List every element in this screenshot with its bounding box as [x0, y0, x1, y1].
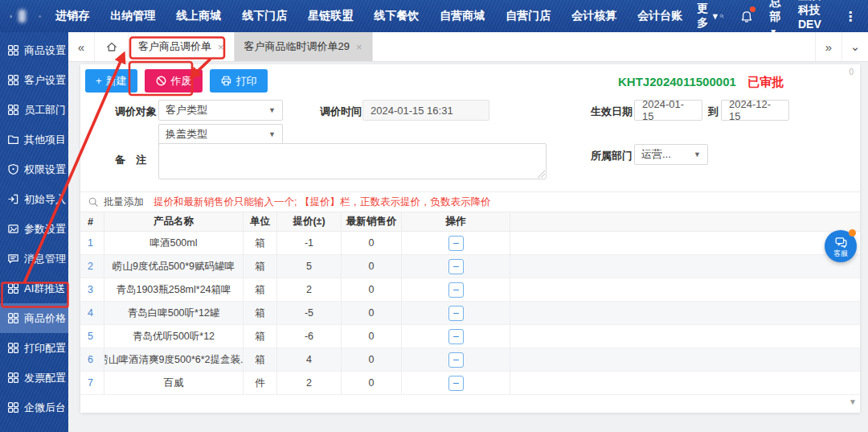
sidebar-item-goods-settings[interactable]: 商品设置 [0, 35, 68, 65]
product-name: 青岛白啤500听*12罐 [104, 302, 244, 324]
table-header: # 产品名称 单位 提价(±) 最新销售价 操作 [80, 212, 860, 232]
remove-row-button[interactable]: − [448, 282, 464, 298]
org-dropdown[interactable]: 总部 ▼ [769, 0, 782, 37]
chevron-down-icon: ▼ [711, 11, 720, 21]
target-type-select[interactable]: 客户类型 ▼ [158, 100, 283, 121]
markup-value: 2 [277, 278, 342, 301]
nav-item[interactable]: 会计核算 [571, 9, 616, 23]
nav-item[interactable]: 线下餐饮 [374, 9, 419, 23]
remove-row-button[interactable]: − [448, 376, 464, 391]
sidebar-item-other-projects[interactable]: 其他项目 [0, 125, 68, 154]
collapse-tabs-icon[interactable]: « [68, 32, 95, 61]
remove-row-button[interactable]: − [448, 329, 464, 344]
new-button[interactable]: + 新建 [85, 69, 137, 93]
sidebar-item-label: 消息管理 [24, 252, 66, 266]
notification-dot [750, 6, 755, 12]
product-name: 青岛1903瓶258ml*24箱啤 [104, 278, 244, 301]
sidebar-item-invoice-config[interactable]: 发票配置 [0, 363, 68, 393]
col-unit: 单位 [244, 212, 277, 231]
tab-customer-price-adjustment[interactable]: 客户商品调价单 × [129, 32, 235, 61]
void-button[interactable]: 作废 [145, 69, 203, 93]
tenant-label: 星辰科技DEV [798, 0, 821, 31]
folder-icon [7, 134, 19, 146]
product-name: 啤酒500ml [104, 232, 244, 254]
markup-value: 4 [277, 348, 342, 371]
date-to-value: 2024-12-15 [729, 98, 781, 122]
table-row: 6 崂山啤酒清爽9度500*6*2提盒装... 箱 4 0 − [80, 348, 860, 372]
menu-icon[interactable] [39, 10, 41, 23]
chevron-down-icon: ▼ [769, 27, 777, 36]
adjust-time-field[interactable]: 2024-01-15 16:31 [362, 100, 489, 121]
sidebar: 商品设置 客户设置 员工部门 其他项目 权限设置 初始导入 参数设置 消息管理 … [0, 32, 68, 432]
nav-item[interactable]: 进销存 [55, 9, 89, 23]
department-select[interactable]: 运营... ▼ [634, 144, 708, 165]
batch-add-button[interactable]: 批量添加 [104, 195, 144, 209]
product-name: 崂山9度优品500*9赋码罐啤 [104, 255, 244, 278]
sidebar-item-parameter-settings[interactable]: 参数设置 [0, 214, 68, 244]
sidebar-item-message-management[interactable]: 消息管理 [0, 244, 68, 274]
grid-icon [7, 74, 19, 86]
document-number: KHTJ2024011500001 [618, 75, 736, 88]
nav-item[interactable]: 自营商城 [440, 9, 485, 23]
unit: 箱 [244, 325, 277, 348]
unit: 件 [244, 372, 277, 394]
col-latest-price: 最新销售价 [342, 212, 402, 231]
sidebar-item-customer-settings[interactable]: 客户设置 [0, 65, 68, 95]
sidebar-item-print-config[interactable]: 打印配置 [0, 333, 68, 363]
topbar: 进销存 出纳管理 线上商城 线下门店 星链联盟 线下餐饮 自营商城 自营门店 会… [0, 0, 868, 32]
user-circle-icon[interactable] [10, 10, 12, 23]
adjust-time-value: 2024-01-15 16:31 [371, 105, 453, 117]
remove-row-button[interactable]: − [448, 236, 464, 251]
markup-value: -6 [277, 325, 342, 348]
corner-count: 0 [849, 68, 854, 76]
resize-handle[interactable] [538, 171, 545, 178]
target-subtype-select[interactable]: 换盖类型 ▼ [158, 124, 283, 145]
chevron-down-icon: ▼ [268, 106, 276, 114]
search-icon[interactable] [719, 10, 724, 23]
product-name: 百威 [104, 372, 244, 394]
sidebar-item-wecom-backend[interactable]: 企微后台 [0, 393, 68, 422]
latest-price: 0 [342, 255, 402, 278]
print-button[interactable]: 打印 [210, 69, 268, 93]
effective-date-label: 生效日期 [591, 105, 633, 119]
sidebar-item-product-price[interactable]: 商品价格 [0, 303, 68, 333]
nav-item[interactable]: 会计台账 [637, 9, 682, 23]
customer-service-label: 客服 [833, 250, 848, 257]
tab-label: 客户商品调价单 [138, 39, 211, 54]
sidebar-item-staff-department[interactable]: 员工部门 [0, 95, 68, 125]
remove-row-button[interactable]: − [448, 306, 464, 321]
sidebar-item-permission-settings[interactable]: 权限设置 [0, 154, 68, 184]
remove-row-button[interactable]: − [448, 259, 464, 274]
close-icon[interactable]: × [218, 41, 224, 53]
unit: 箱 [244, 278, 277, 301]
tab-customer-temp-price-adjustment[interactable]: 客户商品临时调价单29 × [235, 32, 373, 61]
sidebar-item-label: 员工部门 [24, 103, 66, 117]
chevron-down-icon: ▼ [798, 34, 806, 43]
sidebar-item-ai-group-push[interactable]: AI群推送 [0, 274, 68, 303]
table-row: 3 青岛1903瓶258ml*24箱啤 箱 2 0 − [80, 278, 860, 302]
org-label: 总部 [769, 0, 780, 23]
nav-item[interactable]: 星链联盟 [308, 9, 353, 23]
nav-item[interactable]: 线上商城 [176, 9, 221, 23]
scroll-down-icon[interactable]: ▼ [849, 397, 857, 406]
top-navigation: 进销存 出纳管理 线上商城 线下门店 星链联盟 线下餐饮 自营商城 自营门店 会… [55, 9, 682, 23]
sidebar-item-initial-import[interactable]: 初始导入 [0, 184, 68, 214]
remove-row-button[interactable]: − [448, 352, 464, 368]
home-icon[interactable] [95, 32, 129, 61]
kebab-icon[interactable]: ⋮ [844, 9, 857, 24]
date-to-field[interactable]: 2024-12-15 [721, 100, 789, 121]
unit: 箱 [244, 302, 277, 324]
tenant-dropdown[interactable]: 星辰科技DEV ▼ [798, 0, 828, 43]
nav-item[interactable]: 自营门店 [506, 9, 551, 23]
notifications-button[interactable] [740, 9, 753, 23]
latest-price: 0 [342, 325, 402, 348]
nav-item[interactable]: 线下门店 [242, 9, 287, 23]
row-number: 3 [80, 278, 104, 301]
nav-more-dropdown[interactable]: 更多 ▼ [697, 2, 719, 31]
remark-textarea[interactable] [158, 143, 547, 179]
nav-item[interactable]: 出纳管理 [110, 9, 155, 23]
latest-price: 0 [342, 372, 402, 394]
date-from-field[interactable]: 2024-01-15 [634, 100, 702, 121]
close-icon[interactable]: × [356, 41, 362, 53]
target-subtype-value: 换盖类型 [166, 127, 207, 142]
